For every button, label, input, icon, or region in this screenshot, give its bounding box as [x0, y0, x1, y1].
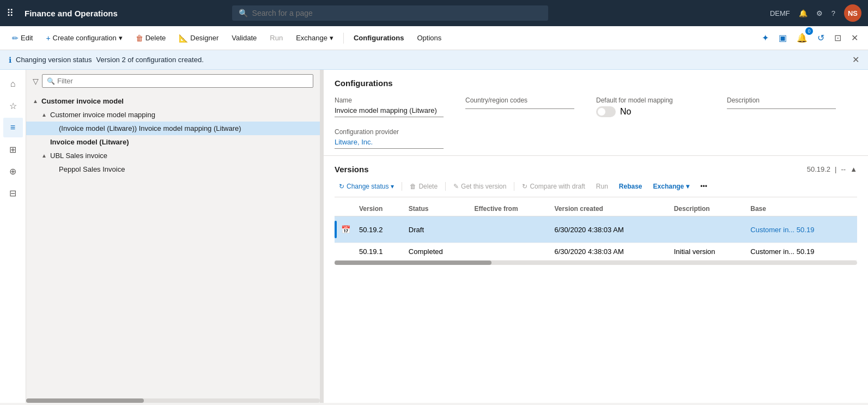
star-icon[interactable]: ✦	[758, 29, 772, 46]
run-button[interactable]: Run	[264, 31, 288, 45]
row1-base-version-num[interactable]: 50.19	[797, 226, 815, 234]
configurations-button[interactable]: Configurations	[348, 31, 409, 45]
toolbar-right: ✦ ▣ 🔔0 ↺ ⊡ ✕	[758, 29, 861, 46]
expand-icon[interactable]: ⊡	[831, 29, 845, 46]
info-icon: ℹ	[9, 56, 11, 64]
designer-button[interactable]: 📐 Designer	[173, 31, 224, 46]
calendar-icon[interactable]: 📅	[341, 225, 350, 234]
grid-icon[interactable]: ⠿	[7, 7, 14, 19]
delete-button[interactable]: 🗑 Delete	[130, 31, 172, 46]
tree-arrow-4: ▲	[41, 153, 48, 159]
tree-filter-input[interactable]	[57, 77, 308, 85]
sidebar-grid-icon[interactable]: ⊞	[3, 140, 23, 159]
versions-delete-button[interactable]: 🗑 Delete	[405, 180, 442, 192]
name-value: Invoice model mapping (Litware)	[335, 106, 444, 117]
notification-icon[interactable]: 🔔	[799, 9, 808, 17]
versions-run-button[interactable]: Run	[592, 180, 612, 192]
help-icon[interactable]: ?	[831, 9, 835, 17]
default-mapping-toggle[interactable]	[596, 106, 616, 117]
col-base: Base	[746, 202, 857, 216]
versions-toolbar-sep-2	[445, 182, 446, 191]
row1-re: 📅	[335, 216, 355, 243]
notification-badge[interactable]: 🔔0	[793, 29, 811, 46]
row1-base: Customer in... 50.19	[746, 216, 857, 243]
compare-icon: ↻	[522, 183, 527, 190]
col-effective-from: Effective from	[470, 202, 550, 216]
detail-section-title: Configurations	[335, 78, 857, 88]
sidebar-filter-icon[interactable]: ⊟	[3, 183, 23, 203]
field-name: Name Invoice model mapping (Litware)	[335, 96, 444, 117]
rebase-button[interactable]: Rebase	[615, 180, 647, 192]
panel-icon[interactable]: ▣	[775, 29, 790, 46]
tree-item-invoice-model-mapping-litware[interactable]: (Invoice model (Litware)) Invoice model …	[26, 122, 320, 135]
delete-icon: 🗑	[136, 34, 143, 43]
sidebar-home-icon[interactable]: ⌂	[3, 74, 23, 94]
version-number: 50.19.2	[807, 165, 830, 173]
versions-header: Versions 50.19.2 | -- ▲	[335, 165, 857, 174]
close-icon[interactable]: ✕	[848, 29, 861, 46]
create-configuration-button[interactable]: + Create configuration ▾	[40, 31, 128, 46]
tree-label-3: Invoice model (Litware)	[50, 138, 313, 146]
tree-panel: ▽ 🔍 ▲ Customer invoice model ▲ Customer …	[26, 70, 320, 403]
row1-description	[670, 216, 746, 243]
change-status-icon: ↻	[339, 183, 344, 190]
tree-filter-area: ▽ 🔍	[26, 70, 320, 92]
row2-base-version: 50.19	[797, 247, 815, 256]
edit-icon: ✏	[12, 34, 19, 43]
get-this-version-button[interactable]: ✎ Get this version	[449, 180, 511, 192]
sidebar-list-icon[interactable]: ≡	[3, 118, 23, 137]
description-label: Description	[727, 96, 836, 104]
info-close-icon[interactable]: ✕	[852, 55, 859, 65]
tree-arrow-0: ▲	[33, 98, 39, 104]
more-icon: •••	[700, 183, 707, 190]
row2-version-created: 6/30/2020 4:38:03 AM	[550, 243, 670, 261]
versions-toolbar-sep-1	[402, 182, 402, 191]
tree-scrollbar-thumb[interactable]	[26, 398, 144, 403]
versions-collapse-icon[interactable]: ▲	[850, 165, 857, 173]
search-input[interactable]	[252, 9, 542, 17]
compare-with-draft-button[interactable]: ↻ Compare with draft	[518, 180, 589, 192]
default-mapping-label: Default for model mapping	[596, 96, 705, 104]
tree-item-invoice-model-litware[interactable]: Invoice model (Litware)	[26, 135, 320, 149]
tree-item-customer-invoice-model-mapping[interactable]: ▲ Customer invoice model mapping	[26, 108, 320, 122]
validate-button[interactable]: Validate	[226, 31, 262, 45]
tree-filter-input-wrap[interactable]: 🔍	[42, 74, 313, 88]
row2-description: Initial version	[670, 243, 746, 261]
refresh-icon[interactable]: ↺	[814, 29, 828, 46]
info-detail: Version 2 of configuration created.	[96, 56, 203, 64]
search-bar[interactable]: 🔍	[232, 5, 548, 21]
filter-icon[interactable]: ▽	[33, 77, 39, 86]
settings-icon[interactable]: ⚙	[816, 9, 823, 17]
avatar[interactable]: NS	[844, 4, 861, 22]
versions-scrollbar[interactable]	[335, 261, 857, 265]
top-nav: ⠿ Finance and Operations 🔍 DEMF 🔔 ⚙ ? NS	[0, 0, 868, 26]
exchange-button[interactable]: Exchange ▾	[290, 31, 339, 45]
sidebar-clock-icon[interactable]: ⊕	[3, 161, 23, 181]
change-status-button[interactable]: ↻ Change status ▾	[335, 180, 398, 192]
tree-item-customer-invoice-model[interactable]: ▲ Customer invoice model	[26, 94, 320, 108]
versions-toolbar-sep-3	[514, 182, 514, 191]
options-button[interactable]: Options	[411, 31, 447, 45]
tree-item-ubl-sales-invoice[interactable]: ▲ UBL Sales invoice	[26, 149, 320, 162]
name-label: Name	[335, 96, 444, 104]
table-row[interactable]: 50.19.1 Completed 6/30/2020 4:38:03 AM I…	[335, 243, 857, 261]
row1-base-link[interactable]: Customer in...	[750, 226, 794, 234]
table-row[interactable]: 📅 50.19.2 Draft 6/30/2020 4:38:03 AM Cus…	[335, 216, 857, 243]
col-version-created: Version created	[550, 202, 670, 216]
versions-exchange-button[interactable]: Exchange ▾	[649, 180, 694, 192]
sidebar-star-icon[interactable]: ☆	[3, 96, 23, 116]
config-provider-value[interactable]: Litware, Inc.	[335, 138, 444, 149]
more-options-button[interactable]: •••	[696, 180, 712, 192]
versions-title: Versions	[335, 165, 369, 174]
edit-button[interactable]: ✏ Edit	[7, 31, 38, 46]
tree-item-peppol-sales-invoice[interactable]: Peppol Sales Invoice	[26, 162, 320, 176]
row1-status: Draft	[404, 216, 470, 243]
versions-table-header: Version Status Effective from Version cr…	[335, 202, 857, 216]
tree-scrollbar[interactable]	[26, 398, 320, 403]
version-separator: |	[835, 165, 836, 173]
row2-base: Customer in... 50.19	[746, 243, 857, 261]
sidebar-icons: ⌂ ☆ ≡ ⊞ ⊕ ⊟	[0, 70, 26, 403]
exchange-chevron-icon: ▾	[330, 34, 333, 42]
toolbar-separator-1	[343, 33, 344, 44]
versions-scrollbar-thumb[interactable]	[335, 261, 491, 265]
